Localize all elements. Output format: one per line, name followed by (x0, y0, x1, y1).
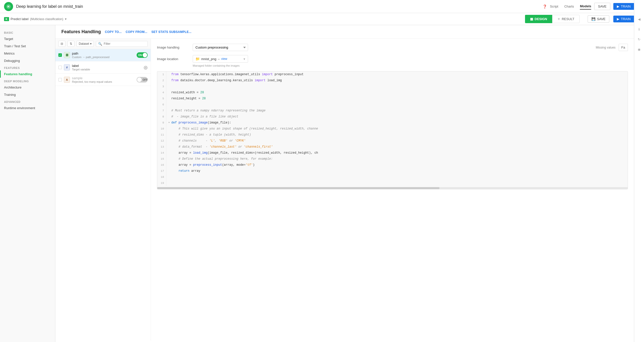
section-deep-modeling: DEEP MODELING (0, 78, 55, 84)
copy-to-button[interactable]: COPY TO... (105, 30, 122, 34)
path-type-icon: 🖼 (64, 52, 70, 58)
content-area: Features Handling COPY TO... COPY FROM..… (55, 25, 634, 342)
secondbar-train-button[interactable]: ▶ TRAIN (613, 16, 634, 22)
collapse-icon: ⊟ (61, 42, 63, 46)
code-line-19: 19 (157, 180, 628, 186)
code-line-5: 5 resized_height = 28 (157, 96, 628, 102)
code-line-13: 13 # data_format - 'channels_last' or 'c… (157, 144, 628, 150)
code-line-14: 14 array = load_img(image_file, resized_… (157, 150, 628, 156)
path-sub: Custom → path_preprocessed (72, 56, 135, 59)
code-line-4: 4 resized_width = 28 (157, 90, 628, 96)
code-line-16: 16 array = preprocess_input(array, mode=… (157, 162, 628, 168)
code-line-7: 7 # Must return a numpy ndarray represen… (157, 108, 628, 114)
nav-script[interactable]: Script (550, 4, 558, 9)
target-icon: ◎ (144, 65, 148, 70)
secondbar: K Predict label (Multiclass classificati… (0, 13, 644, 25)
sidebar-item-debugging[interactable]: Debugging (0, 57, 55, 64)
code-line-6: 6 (157, 102, 628, 108)
train-button[interactable]: ▶ TRAIN (613, 3, 634, 10)
feature-list-panel: ⊟ ⇅ Dataset ▾ 🔍 (55, 39, 151, 340)
app-logo[interactable] (4, 2, 13, 11)
path-name: path (72, 52, 135, 55)
location-chevron: ▾ (244, 57, 245, 61)
help-icon[interactable]: ❓ (543, 5, 547, 9)
sample-type-icon: A (64, 77, 70, 83)
sort-button[interactable]: ⇅ (67, 41, 74, 47)
path-checkbox[interactable] (58, 53, 62, 57)
sample-sub: Rejected, too many equal values (72, 80, 135, 83)
features-handling-header: Features Handling COPY TO... COPY FROM..… (55, 25, 634, 39)
sidebar-item-training[interactable]: Training (0, 91, 55, 98)
path-toggle[interactable]: ON (137, 52, 148, 58)
train2-icon: ▶ (617, 17, 619, 21)
folder-icon: 📁 (195, 57, 200, 61)
missing-values-label: Missing values (596, 46, 616, 49)
right-sync-icon[interactable]: ↻ (635, 35, 643, 43)
section-basic: BASIC (0, 29, 55, 35)
label-info: label Target variable (72, 64, 142, 71)
code-line-2: 2 from dataiku.doctor.deep_learning.kera… (157, 77, 628, 83)
sidebar-item-train-test[interactable]: Train / Test Set (0, 42, 55, 50)
sidebar-item-architecture[interactable]: Architecture (0, 84, 55, 91)
feature-toolbar: ⊟ ⇅ Dataset ▾ 🔍 (55, 39, 151, 49)
sidebar-item-metrics[interactable]: Metrics (0, 50, 55, 57)
code-line-1: 1 from tensorflow.keras.applications.ima… (157, 71, 628, 77)
tab-result[interactable]: ✧ RESULT (552, 15, 580, 23)
code-line-15: 15 # Define the actual preprocessing her… (157, 156, 628, 162)
page-title: Deep learning for label on mnist_train (16, 4, 540, 9)
feature-row-sample[interactable]: A sample Rejected, too many equal values… (55, 74, 151, 86)
predict-dropdown-icon[interactable]: ▾ (65, 17, 67, 21)
secondbar-save-button[interactable]: 💾 SAVE (588, 15, 609, 23)
topbar-nav: Script Charts Models (550, 3, 591, 10)
sample-name: sample (72, 76, 135, 80)
folder-name: mnist_png (201, 57, 216, 61)
fh-title: Features Handling (61, 29, 101, 34)
sidebar: BASIC Target Train / Test Set Metrics De… (0, 25, 55, 342)
save-button[interactable]: SAVE (594, 3, 610, 10)
sidebar-item-runtime[interactable]: Runtime environment (0, 104, 55, 112)
label-checkbox[interactable] (58, 66, 62, 69)
image-handling-select[interactable]: Custom preprocessing (193, 44, 248, 51)
sample-toggle[interactable]: OFF (137, 77, 148, 82)
right-info-icon[interactable]: ℹ (635, 25, 643, 33)
code-scrollbar-thumb[interactable] (157, 187, 439, 189)
predict-k-badge: K (4, 17, 9, 21)
code-line-10: 10 # This will give you an input shape o… (157, 126, 628, 132)
set-stats-button[interactable]: SET STATS SUBSAMPLE... (151, 30, 192, 34)
sample-info: sample Rejected, too many equal values (72, 76, 135, 83)
filter-input[interactable] (104, 42, 145, 46)
missing-values-value: Fa (619, 44, 628, 51)
code-line-18: 18 (157, 174, 628, 180)
collapse-button[interactable]: ⊟ (58, 41, 65, 47)
save-icon: 💾 (591, 17, 595, 21)
feature-config-panel: Image handling Custom preprocessing Miss… (151, 39, 634, 340)
design-icon: ▦ (530, 17, 533, 21)
code-line-3: 3 (157, 83, 628, 90)
collapse-icon-9[interactable]: ▾ (168, 120, 171, 126)
code-editor[interactable]: 1 from tensorflow.keras.applications.ima… (157, 71, 628, 189)
nav-models[interactable]: Models (580, 3, 591, 10)
dataset-dropdown[interactable]: Dataset ▾ (76, 41, 94, 47)
image-location-box[interactable]: 📁 mnist_png – view ▾ (193, 55, 248, 63)
predict-label-text: Predict label (11, 17, 29, 21)
sidebar-item-features-handling[interactable]: Features handling (0, 70, 55, 78)
section-features: FEATURES (0, 64, 55, 70)
copy-from-button[interactable]: COPY FROM... (126, 30, 147, 34)
view-link[interactable]: view (221, 57, 227, 61)
right-arrow-left-icon[interactable]: ◀ (635, 15, 643, 23)
nav-charts[interactable]: Charts (564, 4, 574, 9)
label-sub: Target variable (72, 68, 142, 71)
label-type-icon: # (64, 64, 70, 70)
predict-label-area: K Predict label (Multiclass classificati… (4, 17, 67, 21)
tab-design[interactable]: ▦ DESIGN (525, 15, 552, 23)
right-icons-panel: ◀ ℹ ↻ ◉ (634, 0, 644, 342)
code-scrollbar[interactable] (157, 187, 628, 189)
right-circle-icon[interactable]: ◉ (635, 45, 643, 53)
sidebar-item-target[interactable]: Target (0, 35, 55, 42)
code-line-11: 11 # resized_dims - a tuple (width, heig… (157, 132, 628, 138)
sort-icon: ⇅ (70, 42, 72, 46)
fh-body: ⊟ ⇅ Dataset ▾ 🔍 (55, 39, 634, 340)
feature-row-path[interactable]: 🖼 path Custom → path_preprocessed ON (55, 49, 151, 61)
sample-checkbox[interactable] (58, 78, 62, 81)
feature-row-label[interactable]: # label Target variable ◎ (55, 61, 151, 74)
